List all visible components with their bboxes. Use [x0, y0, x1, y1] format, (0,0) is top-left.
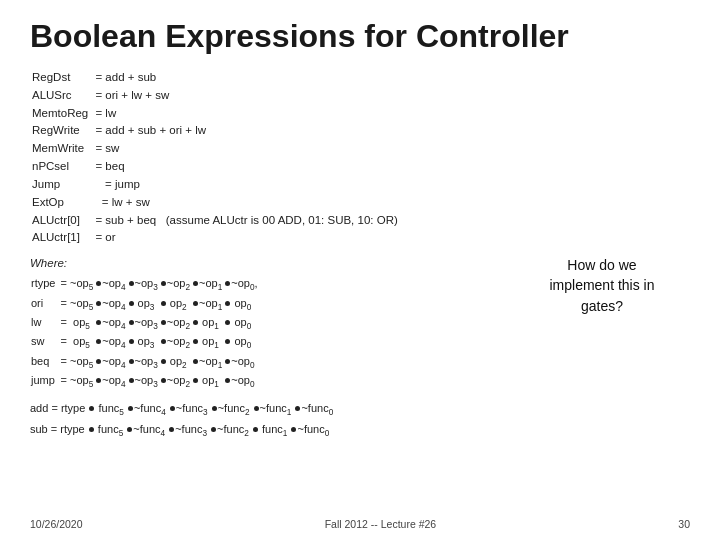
add-sub-section: add = rtype func5 ~func4 ~func3 ~func2 ~…: [30, 399, 690, 441]
eq-regwrite-eq: = add + sub + ori + lw: [90, 122, 400, 140]
callout-box: How do weimplement this ingates?: [522, 255, 682, 316]
eq-aluctr1-eq: = or: [90, 229, 400, 247]
eq-regwrite-label: RegWrite: [30, 122, 90, 140]
eq-memtoreg-eq: = lw: [90, 105, 400, 123]
footer-date: 10/26/2020: [30, 518, 83, 530]
eq-aluctr1-label: ALUctr[1]: [30, 229, 90, 247]
footer-bar: 10/26/2020 Fall 2012 -- Lecture #26 30: [30, 518, 690, 530]
eq-extop-eq: = lw + sw: [90, 194, 400, 212]
eq-npcsel-eq: = beq: [90, 158, 400, 176]
eq-npcsel-label: nPCsel: [30, 158, 90, 176]
eq-jump-eq: = jump: [90, 176, 400, 194]
eq-alusrc-label: ALUSrc: [30, 87, 90, 105]
equations-section: RegDst = add + sub ALUSrc = ori + lw + s…: [30, 69, 690, 247]
eq-aluctr0-eq: = sub + beq (assume ALUctr is 00 ADD, 01…: [90, 212, 400, 230]
eq-regdst-eq: = add + sub: [90, 69, 400, 87]
eq-regdst-label: RegDst: [30, 69, 90, 87]
eq-memtoreg-label: MemtoReg: [30, 105, 90, 123]
footer-page: 30: [678, 518, 690, 530]
eq-aluctr0-label: ALUctr[0]: [30, 212, 90, 230]
footer-course: Fall 2012 -- Lecture #26: [325, 518, 436, 530]
page-title: Boolean Expressions for Controller: [30, 18, 690, 55]
eq-extop-label: ExtOp: [30, 194, 90, 212]
eq-memwrite-label: MemWrite: [30, 140, 90, 158]
eq-jump-label: Jump: [30, 176, 90, 194]
eq-memwrite-eq: = sw: [90, 140, 400, 158]
eq-alusrc-eq: = ori + lw + sw: [90, 87, 400, 105]
